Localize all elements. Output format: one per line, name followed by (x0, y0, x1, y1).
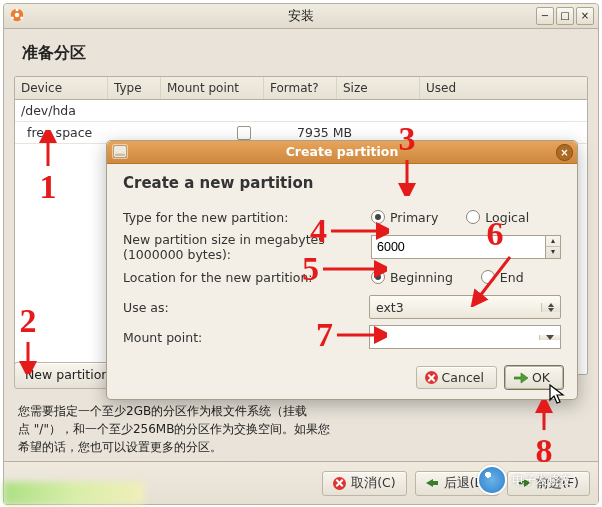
dialog-cancel-button[interactable]: Cancel (416, 366, 497, 389)
window-titlebar: 安装 − □ × (4, 4, 598, 29)
page-title: 准备分区 (4, 29, 598, 76)
radio-icon (371, 270, 385, 284)
th-type[interactable]: Type (108, 77, 161, 99)
window-title: 安装 (288, 8, 314, 23)
blurred-region (4, 482, 144, 504)
minimize-button[interactable]: − (536, 7, 554, 25)
mount-point-combo[interactable] (369, 325, 561, 349)
radio-icon (466, 210, 480, 224)
spinner-up[interactable]: ▴ (546, 236, 560, 247)
table-row[interactable]: /dev/hda (15, 100, 587, 122)
label-partition-size: New partition size in megabytes (1000000… (123, 232, 371, 262)
cell-device: free space (21, 125, 107, 140)
partition-size-input[interactable] (371, 235, 545, 259)
dialog-titlebar: Create partition × (107, 141, 577, 164)
maximize-button[interactable]: □ (556, 7, 574, 25)
svg-point-4 (20, 17, 23, 20)
label-mount-point: Mount point: (123, 330, 369, 345)
use-as-value: ext3 (370, 300, 541, 315)
radio-beginning[interactable]: Beginning (371, 270, 453, 285)
radio-primary[interactable]: Primary (371, 210, 438, 225)
radio-icon (371, 210, 385, 224)
app-icon (10, 8, 24, 22)
forward-icon (518, 477, 531, 490)
cancel-icon (333, 477, 346, 490)
dialog-ok-button[interactable]: OK (505, 366, 563, 389)
back-button[interactable]: 后退(B) (415, 471, 499, 496)
create-partition-dialog: Create partition × Create a new partitio… (106, 140, 578, 400)
forward-button[interactable]: 前进(F) (507, 471, 590, 496)
back-icon (426, 477, 439, 490)
chevron-down-icon (539, 335, 560, 340)
ok-icon (514, 372, 528, 384)
th-mount[interactable]: Mount point (161, 77, 264, 99)
chevron-updown-icon (541, 303, 560, 312)
dialog-heading: Create a new partition (123, 174, 561, 192)
th-format[interactable]: Format? (264, 77, 337, 99)
svg-rect-6 (115, 154, 125, 157)
radio-icon (481, 270, 495, 284)
radio-end[interactable]: End (481, 270, 524, 285)
cancel-button[interactable]: 取消(C) (322, 471, 406, 496)
radio-logical[interactable]: Logical (466, 210, 529, 225)
format-checkbox[interactable] (237, 126, 251, 140)
use-as-combo[interactable]: ext3 (369, 295, 561, 319)
cell-size: 7935 MB (297, 125, 367, 140)
dialog-close-button[interactable]: × (556, 144, 573, 161)
svg-point-3 (11, 17, 14, 20)
label-location: Location for the new partition: (123, 270, 371, 285)
dialog-title: Create partition (286, 144, 399, 159)
svg-point-1 (15, 13, 20, 18)
new-partition-button[interactable]: New partition (14, 362, 120, 389)
spinner-down[interactable]: ▾ (546, 247, 560, 257)
th-size[interactable]: Size (337, 77, 420, 99)
mount-point-input[interactable] (370, 327, 539, 347)
svg-point-2 (16, 8, 19, 11)
close-button[interactable]: × (576, 7, 594, 25)
drive-icon (112, 144, 128, 159)
th-used[interactable]: Used (420, 77, 587, 99)
hint-text: 您需要指定一个至少2GB的分区作为根文件系统（挂载 点 "/"），和一个至少25… (18, 402, 438, 456)
label-use-as: Use as: (123, 300, 369, 315)
th-device[interactable]: Device (15, 77, 108, 99)
cell-device: /dev/hda (21, 103, 101, 118)
label-partition-type: Type for the new partition: (123, 210, 371, 225)
table-header: Device Type Mount point Format? Size Use… (15, 77, 587, 100)
partition-size-spinner[interactable]: ▴ ▾ (371, 235, 561, 259)
cancel-icon (425, 371, 438, 384)
